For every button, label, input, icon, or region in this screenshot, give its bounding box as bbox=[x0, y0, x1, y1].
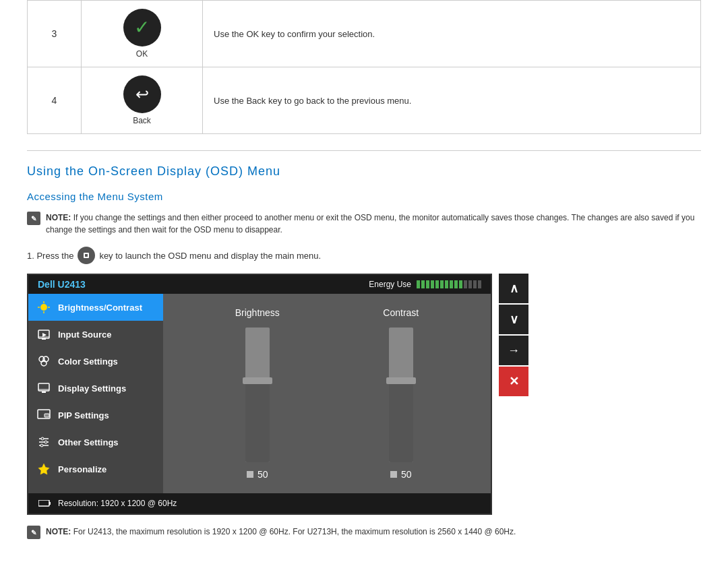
osd-menu-label-other-settings: Other Settings bbox=[58, 437, 119, 447]
energy-segment bbox=[417, 280, 420, 288]
osd-nav-enter-button[interactable]: → bbox=[499, 336, 528, 365]
checkmark-symbol: ✓ bbox=[134, 18, 150, 37]
icon-label: Back bbox=[92, 116, 191, 125]
note-icon: ✎ bbox=[27, 212, 40, 225]
energy-segment bbox=[445, 280, 448, 288]
osd-footer-text: Resolution: 1920 x 1200 @ 60Hz bbox=[58, 499, 177, 508]
energy-segment bbox=[473, 280, 477, 288]
press-suffix: key to launch the OSD menu and display t… bbox=[99, 251, 321, 261]
svg-marker-8 bbox=[42, 333, 47, 337]
svg-marker-23 bbox=[38, 464, 49, 474]
energy-segment bbox=[454, 280, 458, 288]
ok-icon: ✓ bbox=[123, 9, 161, 46]
menu-key-inner bbox=[84, 253, 89, 258]
bottom-note-body: For U2413, the maximum resolution is 192… bbox=[73, 527, 516, 536]
osd-menu-item-display-settings[interactable]: Display Settings bbox=[28, 375, 163, 402]
energy-segment bbox=[478, 280, 481, 288]
slider-fill bbox=[389, 381, 413, 462]
bottom-note: ✎ NOTE: For U2413, the maximum resolutio… bbox=[27, 526, 701, 539]
press-line: 1. Press the key to launch the OSD menu … bbox=[27, 247, 701, 264]
row-number: 3 bbox=[28, 1, 82, 67]
osd-header: Dell U2413 Energy Use bbox=[28, 275, 491, 294]
back-icon: ↩ bbox=[123, 75, 161, 113]
input-source-icon bbox=[36, 327, 51, 342]
osd-menu-label-brightness-contrast: Brightness/Contrast bbox=[58, 303, 142, 313]
bottom-note-label: NOTE: bbox=[46, 527, 71, 536]
pip-settings-icon bbox=[36, 408, 51, 423]
energy-segment bbox=[464, 280, 467, 288]
sub-title: Accessing the Menu System bbox=[27, 191, 701, 202]
osd-menu-item-input-source[interactable]: Input Source bbox=[28, 321, 163, 348]
osd-brand: Dell U2413 bbox=[38, 279, 86, 290]
svg-rect-25 bbox=[49, 502, 51, 505]
note-body: If you change the settings and then eith… bbox=[46, 213, 694, 235]
energy-segment bbox=[426, 280, 429, 288]
svg-point-20 bbox=[41, 437, 44, 440]
note-block: ✎ NOTE: If you change the settings and t… bbox=[27, 212, 701, 236]
section-title: Using the On-Screen Display (OSD) Menu bbox=[27, 164, 701, 179]
slider-indicator bbox=[247, 471, 253, 478]
osd-nav-buttons[interactable]: ∧∨→✕ bbox=[499, 274, 528, 396]
slider-value: 50 bbox=[401, 469, 412, 480]
color-settings-icon bbox=[36, 354, 51, 369]
slider-fill bbox=[245, 381, 270, 462]
osd-body: Brightness/ContrastInput SourceColor Set… bbox=[28, 294, 491, 493]
osd-energy: Energy Use bbox=[369, 280, 481, 289]
slider-value: 50 bbox=[257, 469, 268, 480]
svg-point-22 bbox=[40, 444, 43, 447]
osd-wrapper: Dell U2413 Energy Use Brightness/Contras… bbox=[27, 274, 701, 515]
slider-track bbox=[245, 327, 270, 462]
nav-btn-label: → bbox=[508, 344, 520, 358]
osd-menu-label-color-settings: Color Settings bbox=[58, 356, 118, 367]
osd-menu-item-personalize[interactable]: Personalize bbox=[28, 456, 163, 482]
nav-btn-label: ∧ bbox=[510, 281, 518, 296]
slider-label: Contrast bbox=[383, 307, 419, 318]
energy-segment bbox=[421, 280, 425, 288]
display-settings-icon bbox=[36, 381, 51, 396]
osd-nav-down-button[interactable]: ∨ bbox=[499, 305, 528, 334]
osd-nav-up-button[interactable]: ∧ bbox=[499, 274, 528, 303]
osd-menu-item-brightness-contrast[interactable]: Brightness/Contrast bbox=[28, 294, 163, 321]
osd-nav-close-button[interactable]: ✕ bbox=[499, 367, 528, 396]
svg-point-0 bbox=[40, 304, 47, 311]
osd-menu-item-other-settings[interactable]: Other Settings bbox=[28, 429, 163, 456]
slider-indicator bbox=[390, 471, 397, 478]
osd-footer: Resolution: 1920 x 1200 @ 60Hz bbox=[28, 493, 491, 513]
slider-handle bbox=[243, 377, 272, 384]
bottom-note-icon: ✎ bbox=[27, 526, 40, 539]
slider-handle bbox=[386, 377, 416, 384]
row-icon-cell: ↩Back bbox=[82, 67, 203, 134]
osd-menu-label-pip-settings: PIP Settings bbox=[58, 410, 109, 420]
brightness-contrast-icon bbox=[36, 300, 51, 315]
press-prefix: 1. Press the bbox=[27, 251, 73, 261]
svg-rect-14 bbox=[42, 392, 46, 393]
energy-segment bbox=[468, 280, 472, 288]
osd-menu-item-pip-settings[interactable]: PIP Settings bbox=[28, 402, 163, 429]
row-icon-cell: ✓OK bbox=[82, 1, 203, 67]
osd-menu-item-color-settings[interactable]: Color Settings bbox=[28, 348, 163, 375]
nav-btn-label: ✕ bbox=[509, 374, 519, 389]
osd-content: Brightness50Contrast50 bbox=[163, 294, 491, 493]
other-settings-icon bbox=[36, 435, 51, 449]
osd-menu: Brightness/ContrastInput SourceColor Set… bbox=[28, 294, 163, 493]
osd-footer-icon bbox=[38, 497, 51, 510]
svg-point-21 bbox=[44, 441, 47, 443]
key-table: 3✓OKUse the OK key to confirm your selec… bbox=[27, 0, 701, 134]
slider-group-contrast: Contrast50 bbox=[383, 307, 419, 480]
osd-menu-label-personalize: Personalize bbox=[58, 464, 107, 474]
slider-group-brightness: Brightness50 bbox=[235, 307, 280, 480]
osd-menu-label-input-source: Input Source bbox=[58, 330, 111, 340]
personalize-icon bbox=[36, 462, 51, 476]
energy-segment bbox=[440, 280, 444, 288]
osd-menu-label-display-settings: Display Settings bbox=[58, 383, 126, 394]
slider-value-row: 50 bbox=[390, 469, 412, 480]
energy-segment bbox=[459, 280, 462, 288]
slider-label: Brightness bbox=[235, 307, 280, 318]
energy-segment bbox=[431, 280, 434, 288]
slider-track bbox=[389, 327, 413, 462]
osd-energy-label: Energy Use bbox=[369, 280, 411, 289]
energy-segment bbox=[435, 280, 439, 288]
row-description: Use the Back key to go back to the previ… bbox=[203, 67, 701, 134]
row-number: 4 bbox=[28, 67, 82, 134]
bottom-note-text: NOTE: For U2413, the maximum resolution … bbox=[46, 526, 516, 538]
